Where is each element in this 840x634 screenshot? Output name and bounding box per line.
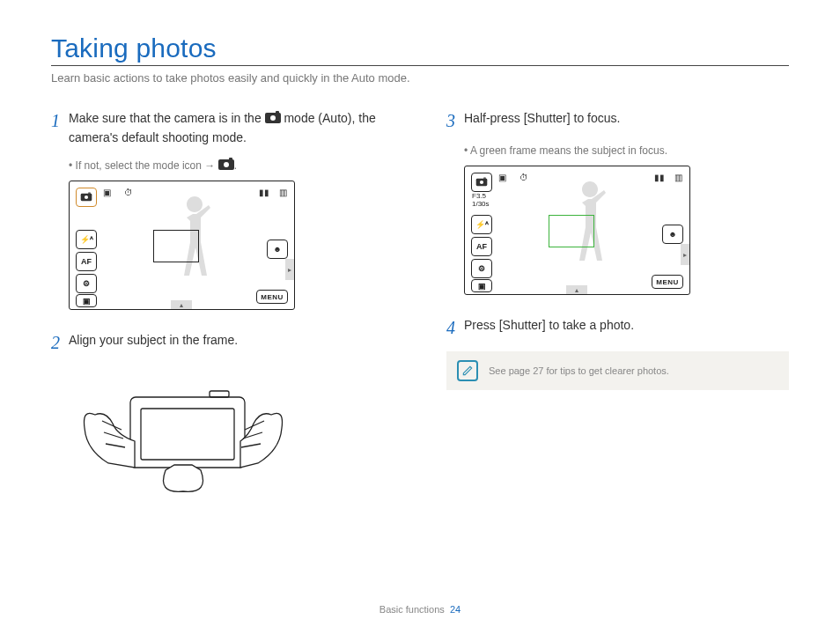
- step-number: 2: [51, 331, 69, 354]
- camera-lcd-illustration-1: ▣ ⏱ ▮▮ ▥ ⚡ᴬ AF ⚙ ▣ ☻ MENU ▸ ▴: [69, 181, 295, 310]
- bottom-arrow-tab: ▴: [171, 300, 192, 309]
- tip-box: See page 27 for tips to get clearer phot…: [446, 351, 789, 390]
- self-shot-icon: ☻: [267, 240, 288, 259]
- step-text: Press [Shutter] to take a photo.: [464, 316, 634, 339]
- signal-icon: ▮▮: [654, 173, 665, 182]
- step-number: 1: [51, 109, 69, 147]
- mode-icon: [76, 188, 97, 207]
- step-3-bullet: A green frame means the subject in focus…: [464, 144, 789, 157]
- left-column: 1 Make sure that the camera is in the mo…: [51, 109, 394, 502]
- holding-camera-illustration: [69, 366, 298, 498]
- tip-text: See page 27 for tips to get clearer phot…: [489, 365, 669, 376]
- self-shot-icon: ☻: [662, 225, 683, 244]
- right-arrow-tab: ▸: [285, 259, 294, 280]
- flash-icon: ⚡ᴬ: [76, 230, 97, 249]
- page-subtitle: Learn basic actions to take photos easil…: [51, 71, 789, 85]
- signal-icon: ▮▮: [259, 188, 269, 197]
- af-icon: AF: [471, 237, 492, 256]
- step-4: 4 Press [Shutter] to take a photo.: [446, 316, 789, 339]
- af-icon: AF: [76, 252, 97, 271]
- step-1: 1 Make sure that the camera is in the mo…: [51, 109, 394, 147]
- menu-label: MENU: [652, 275, 683, 289]
- mode-icon: [471, 173, 492, 192]
- step-number: 4: [446, 316, 464, 339]
- svg-rect-1: [141, 409, 234, 460]
- timer-icon: ⏱: [124, 188, 133, 197]
- display-icon: ▣: [471, 279, 492, 292]
- scene-icon: ▣: [498, 173, 506, 182]
- focus-frame-green: [549, 215, 594, 247]
- exposure-readout: F3.5 1/30s: [472, 193, 490, 209]
- settings-icon: ⚙: [471, 259, 492, 278]
- step-3: 3 Half-press [Shutter] to focus.: [446, 109, 789, 132]
- scene-icon: ▣: [103, 188, 111, 197]
- page-title: Taking photos: [51, 33, 789, 66]
- camera-auto-icon: [218, 159, 234, 170]
- timer-icon: ⏱: [519, 173, 528, 182]
- settings-icon: ⚙: [76, 274, 97, 293]
- flash-icon: ⚡ᴬ: [471, 215, 492, 234]
- display-icon: ▣: [76, 294, 97, 307]
- focus-frame: [153, 230, 199, 262]
- step-text: Make sure that the camera is in the mode…: [69, 109, 394, 147]
- right-column: 3 Half-press [Shutter] to focus. A green…: [446, 109, 789, 502]
- bottom-arrow-tab: ▴: [566, 285, 587, 294]
- camera-lcd-illustration-2: ▣ ⏱ ▮▮ ▥ F3.5 1/30s ⚡ᴬ AF ⚙ ▣ ☻ MENU ▸ ▴: [464, 166, 690, 295]
- svg-rect-2: [210, 391, 229, 397]
- camera-auto-icon: [265, 113, 281, 123]
- step-number: 3: [446, 109, 464, 132]
- page-footer: Basic functions 24: [0, 604, 840, 615]
- step-1-bullet: If not, select the mode icon → .: [69, 159, 394, 172]
- step-text: Half-press [Shutter] to focus.: [464, 109, 620, 132]
- step-2: 2 Align your subject in the frame.: [51, 331, 394, 354]
- menu-label: MENU: [256, 290, 288, 304]
- step-text: Align your subject in the frame.: [69, 331, 238, 354]
- battery-icon: ▥: [279, 188, 287, 197]
- battery-icon: ▥: [674, 173, 682, 182]
- right-arrow-tab: ▸: [681, 244, 689, 265]
- note-icon: [457, 360, 478, 381]
